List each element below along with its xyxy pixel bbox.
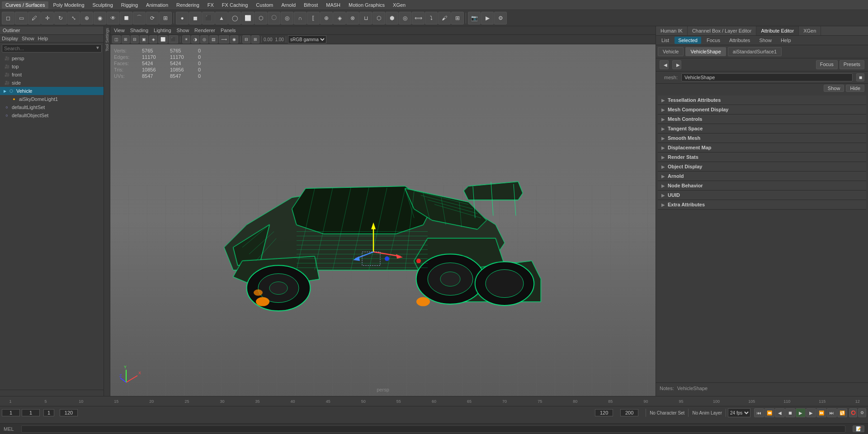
menu-fx[interactable]: FX (204, 1, 217, 9)
soft-select-btn[interactable]: ◉ (94, 12, 106, 24)
curve-btn[interactable]: ⌒ (133, 12, 146, 24)
nurbs-btn[interactable]: ∩ (294, 12, 307, 24)
snap-btn[interactable]: 🔲 (120, 12, 132, 24)
play-btn[interactable]: ▶ (796, 408, 806, 417)
vp-wireframe-btn[interactable]: ⬜ (158, 35, 168, 43)
outliner-menu-show[interactable]: Show (22, 36, 34, 41)
section-extra-attributes-header[interactable]: ▶ Extra Attributes (658, 200, 866, 209)
lasso-tool-btn[interactable]: ▭ (15, 12, 28, 24)
select-tool-btn[interactable]: ◻ (2, 12, 14, 24)
section-arnold-header[interactable]: ▶ Arnold (658, 172, 866, 181)
vp-shadow-btn[interactable]: ◑ (191, 35, 199, 43)
cam-select-btn[interactable]: ◫ (112, 35, 121, 43)
cam-reset-btn[interactable]: ⊟ (131, 35, 139, 43)
section-render-stats-header[interactable]: ▶ Render Stats (658, 153, 866, 162)
node-tab-aistandard[interactable]: aiStandardSurface1 (728, 47, 782, 56)
combine-btn[interactable]: ⊕ (320, 12, 333, 24)
viewport-menu-show[interactable]: Show (177, 28, 189, 33)
rotate-tool-btn[interactable]: ↻ (54, 12, 67, 24)
no-anim-layer[interactable]: No Anim Layer (690, 410, 724, 415)
sculpt-btn[interactable]: 🖌 (438, 12, 451, 24)
skip-to-start-btn[interactable]: ⏮ (754, 408, 764, 417)
boolean-btn[interactable]: ⊗ (346, 12, 359, 24)
outliner-menu-display[interactable]: Display (2, 36, 18, 41)
section-tessellation-header[interactable]: ▶ Tessellation Attributes (658, 95, 866, 105)
menu-curves-surfaces[interactable]: Curves / Surfaces (2, 1, 48, 9)
cylinder-btn[interactable]: ⬛ (202, 12, 215, 24)
outliner-item-top[interactable]: 🎥 top (0, 62, 104, 71)
paint-select-btn[interactable]: 🖊 (28, 12, 41, 24)
move-tool-btn[interactable]: ✛ (41, 12, 54, 24)
vp-layout-btn[interactable]: ▣ (140, 35, 148, 43)
outliner-item-objectset[interactable]: ○ defaultObjectSet (0, 111, 104, 119)
section-mesh-controls-header[interactable]: ▶ Mesh Controls (658, 114, 866, 124)
settings-btn2[interactable]: ⚙ (858, 408, 866, 417)
total-field[interactable] (620, 409, 638, 416)
viewport-menu-panels[interactable]: Panels (221, 28, 236, 33)
outliner-item-lightset[interactable]: ○ defaultLightSet (0, 103, 104, 111)
fps-select[interactable]: 24 fps (728, 408, 750, 417)
section-smooth-mesh-header[interactable]: ▶ Smooth Mesh (658, 134, 866, 143)
outliner-item-front[interactable]: 🎥 front (0, 71, 104, 79)
menu-poly-modeling[interactable]: Poly Modeling (49, 1, 88, 9)
section-uuid-header[interactable]: ▶ UUID (658, 191, 866, 200)
timeline-ruler[interactable]: 1 5 10 15 20 25 30 35 40 45 50 55 60 65 … (0, 396, 868, 406)
disk-btn[interactable]: ⬡ (255, 12, 267, 24)
viewport-menu-renderer[interactable]: Renderer (194, 28, 215, 33)
vp-grid-btn[interactable]: ⊞ (251, 35, 259, 43)
menu-arnold[interactable]: Arnold (278, 1, 299, 9)
vp-solid-btn[interactable]: ⬛ (169, 35, 178, 43)
menu-sculpting[interactable]: Sculpting (89, 1, 117, 9)
outliner-menu-help[interactable]: Help (38, 36, 48, 41)
focus-btn[interactable]: Focus (816, 60, 838, 69)
deform-btn[interactable]: ⤵ (425, 12, 438, 24)
mirror-btn[interactable]: ⟺ (412, 12, 425, 24)
start-frame-input[interactable] (2, 409, 20, 416)
menu-motion-graphics[interactable]: Motion Graphics (345, 1, 388, 9)
tab-human-ik[interactable]: Human IK (656, 26, 688, 35)
subtab-show[interactable]: Show (755, 37, 775, 44)
no-char-set[interactable]: No Character Set (648, 410, 686, 415)
vp-light-btn[interactable]: ☀ (182, 35, 190, 43)
tab-attribute-editor[interactable]: Attribute Editor (756, 26, 799, 35)
outliner-scrollbar-h[interactable] (0, 390, 104, 396)
menu-xgen[interactable]: XGen (389, 1, 409, 9)
command-input[interactable] (21, 425, 845, 433)
presets-btn[interactable]: Presets (840, 60, 864, 69)
menu-rendering[interactable]: Rendering (173, 1, 203, 9)
outliner-item-side[interactable]: 🎥 side (0, 79, 104, 87)
smooth-btn[interactable]: 〇 (268, 12, 280, 24)
vp-hud-btn[interactable]: ⊟ (242, 35, 250, 43)
plane-btn[interactable]: ⬜ (241, 12, 254, 24)
search-input[interactable] (2, 44, 102, 52)
hide-btn[interactable]: Hide (846, 85, 864, 92)
separate-btn[interactable]: ◈ (333, 12, 346, 24)
frame-mode-input[interactable] (43, 409, 54, 416)
loop-btn[interactable]: 🔁 (837, 408, 847, 417)
next-frame-btn[interactable]: ▶ (806, 408, 816, 417)
node-tab-vehicleshape[interactable]: VehicleShape (685, 47, 726, 56)
lattice-btn[interactable]: ⊞ (451, 12, 464, 24)
subtab-selected[interactable]: Selected (675, 37, 701, 44)
subtab-focus[interactable]: Focus (703, 37, 724, 44)
vp-ao-btn[interactable]: ◎ (200, 35, 208, 43)
current-frame-input[interactable] (22, 409, 40, 416)
rebuild-btn[interactable]: ⟳ (146, 12, 159, 24)
attach-btn[interactable]: ⊞ (159, 12, 172, 24)
section-tangent-space-header[interactable]: ▶ Tangent Space (658, 124, 866, 133)
cam-mode-btn[interactable]: ⊞ (122, 35, 130, 43)
universal-tool-btn[interactable]: ⊕ (80, 12, 93, 24)
bridge-btn[interactable]: ⊔ (359, 12, 372, 24)
show-hide-btn[interactable]: 👁 (107, 12, 119, 24)
menu-rigging[interactable]: Rigging (118, 1, 142, 9)
outliner-item-persp[interactable]: 🎥 persp (0, 54, 104, 62)
subtab-list[interactable]: List (658, 37, 673, 44)
sphere-btn[interactable]: ● (176, 12, 189, 24)
node-tab-vehicle[interactable]: Vehicle (658, 47, 684, 56)
menu-custom[interactable]: Custom (252, 1, 277, 9)
outliner-item-vehicle[interactable]: ▶ ⬡ Vehicle (0, 87, 104, 95)
menu-mash[interactable]: MASH (322, 1, 344, 9)
script-editor-btn[interactable]: 📝 (853, 425, 864, 432)
section-node-behavior-header[interactable]: ▶ Node Behavior (658, 181, 866, 190)
prev-frame-btn[interactable]: ◀ (775, 408, 785, 417)
